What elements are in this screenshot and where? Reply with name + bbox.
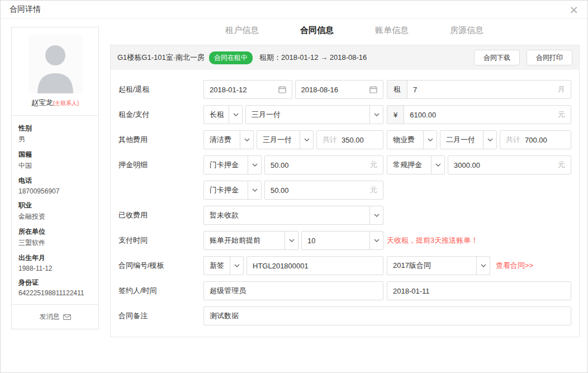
currency-label: ¥ — [387, 106, 404, 124]
avatar — [29, 35, 82, 93]
total-label: 共计 — [506, 135, 520, 145]
yuan-unit-label: 元 — [558, 110, 571, 120]
chevron-down-icon — [284, 232, 298, 249]
status-badge: 合同在租中 — [209, 51, 253, 64]
rent-type-select[interactable]: 长租 — [203, 105, 243, 124]
fee2-total-field[interactable]: 共计 700.00 — [500, 130, 571, 149]
calendar-icon — [278, 86, 286, 93]
row-label: 支付时间 — [118, 235, 203, 245]
chevron-down-icon — [230, 257, 243, 275]
deposit2-amount-field[interactable]: 3000.00 元 — [448, 155, 571, 174]
tenant-role-badge: (主联系人) — [53, 100, 79, 106]
row-other-fees: 其他费用 清洁费 三月一付 共计 350.00 — [118, 130, 571, 149]
yuan-unit-label: 元 — [558, 160, 565, 170]
row-label: 起租/退租 — [118, 84, 203, 95]
tenant-field-nationality: 国籍 中国 — [18, 150, 92, 171]
row-label: 已收费用 — [118, 210, 203, 220]
deposit3-amount-field[interactable]: 50.00 元 — [264, 181, 383, 200]
deposit1-name-select[interactable]: 门卡押金 — [203, 155, 262, 174]
fee1-cycle-select[interactable]: 三月一付 — [257, 130, 314, 149]
deposit1-amount-field[interactable]: 50.00 元 — [264, 155, 383, 174]
row-payment-time: 支付时间 账单开始前提前 10 天收租，提前3天推送账单！ — [118, 231, 571, 250]
contract-detail-modal: 合同详情 × 赵宝龙(主联系人) 性别 男 国籍 中国 电话 — [0, 0, 588, 373]
tenant-field-company: 所在单位 三盟软件 — [18, 227, 92, 248]
payment-note: 天收租，提前3天推送账单！ — [387, 235, 478, 245]
remark-input[interactable]: 测试数据 — [203, 306, 571, 325]
tenant-name: 赵宝龙(主联系人) — [12, 98, 98, 116]
row-received: 已收费用 暂未收款 — [118, 206, 571, 225]
chevron-down-icon — [248, 156, 261, 174]
tab-contract-info[interactable]: 合同信息 — [300, 25, 334, 36]
chevron-down-icon — [300, 131, 313, 149]
sign-type-select[interactable]: 新签 — [203, 256, 244, 275]
room-title: G1楼栋G1-101室·南北一房 — [117, 53, 205, 63]
row-rent: 租金/支付 长租 三月一付 ¥ — [118, 105, 571, 124]
tab-property-info[interactable]: 房源信息 — [450, 25, 483, 36]
fee1-total-field[interactable]: 共计 350.00 — [316, 130, 383, 149]
contract-main: 租户信息 合同信息 账单信息 房源信息 G1楼栋G1-101室·南北一房 合同在… — [110, 23, 580, 337]
calendar-icon — [369, 86, 377, 93]
rent-amount-field[interactable]: ¥ 6100.00 元 — [387, 105, 571, 124]
tenant-field-birthdate: 出生年月 1988-11-12 — [18, 253, 92, 272]
sign-date-input[interactable]: 2018-01-11 — [387, 281, 571, 300]
send-message-button[interactable]: 发消息 — [12, 304, 98, 329]
tenant-panel: 赵宝龙(主联系人) 性别 男 国籍 中国 电话 18700956907 职业 金… — [11, 27, 99, 329]
row-deposits: 押金明细 门卡押金 50.00 元 常规押金 — [118, 155, 571, 174]
chevron-down-icon — [369, 232, 383, 249]
tab-bar: 租户信息 合同信息 账单信息 房源信息 — [129, 23, 580, 45]
modal-title: 合同详情 — [10, 4, 41, 15]
chevron-down-icon — [423, 131, 437, 149]
received-fees-select[interactable]: 暂未收款 — [203, 206, 383, 225]
start-date-input[interactable]: 2018-01-12 — [203, 80, 292, 99]
row-signer: 签约人/时间 超级管理员 2018-01-11 — [118, 281, 571, 300]
row-label: 合同备注 — [118, 311, 203, 321]
chevron-down-icon — [476, 257, 490, 275]
row-deposit-extra: 门卡押金 50.00 元 — [118, 181, 571, 200]
payment-mode-select[interactable]: 账单开始前提前 — [203, 231, 298, 250]
yuan-unit-label: 元 — [370, 160, 377, 170]
chevron-down-icon — [240, 131, 253, 149]
chevron-down-icon — [369, 106, 383, 124]
signer-input[interactable]: 超级管理员 — [203, 281, 383, 300]
tenant-field-gender: 性别 男 — [18, 124, 92, 144]
tenant-field-occupation: 职业 金融投资 — [18, 201, 92, 221]
print-contract-button[interactable]: 合同打印 — [527, 50, 572, 65]
tenant-field-phone: 电话 18700956907 — [18, 176, 92, 195]
yuan-unit-label: 元 — [370, 185, 377, 195]
row-label: 押金明细 — [118, 160, 203, 170]
row-label: 其他费用 — [118, 135, 203, 145]
tenant-name-text: 赵宝龙 — [31, 98, 53, 107]
lease-period: 租期：2018-01-12 → 2018-08-16 — [259, 53, 367, 63]
fee2-name-select[interactable]: 物业费 — [387, 130, 437, 149]
row-remark: 合同备注 测试数据 — [118, 306, 571, 325]
avatar-wrap — [12, 27, 98, 98]
contract-number-input[interactable]: HTGL201800001 — [246, 256, 383, 275]
tab-bill-info[interactable]: 账单信息 — [375, 25, 409, 36]
row-label: 签约人/时间 — [118, 286, 203, 296]
deposit2-name-select[interactable]: 常规押金 — [387, 155, 445, 174]
contract-info-panel: G1楼栋G1-101室·南北一房 合同在租中 租期：2018-01-12 → 2… — [110, 45, 580, 337]
tab-tenant-info[interactable]: 租户信息 — [225, 25, 259, 36]
chevron-down-icon — [369, 206, 383, 224]
chevron-down-icon — [248, 181, 261, 199]
row-contract-number: 合同编号/模板 新签 HTGL201800001 2017版合同 — [118, 256, 571, 275]
fee1-name-select[interactable]: 清洁费 — [203, 130, 254, 149]
contract-form: 起租/退租 2018-01-12 2018-08-16 — [111, 70, 579, 337]
row-label: 租金/支付 — [118, 110, 203, 120]
end-date-input[interactable]: 2018-08-16 — [295, 80, 384, 99]
modal-header: 合同详情 × — [1, 1, 587, 19]
month-unit-label: 月 — [558, 84, 571, 95]
close-icon[interactable]: × — [569, 4, 578, 15]
row-dates: 起租/退租 2018-01-12 2018-08-16 — [118, 80, 571, 99]
rent-duration-field[interactable]: 租 7 月 — [387, 80, 571, 99]
send-message-label: 发消息 — [40, 312, 60, 322]
view-contract-link[interactable]: 查看合同>> — [496, 261, 533, 271]
contract-info-bar: G1楼栋G1-101室·南北一房 合同在租中 租期：2018-01-12 → 2… — [111, 45, 579, 70]
fee2-cycle-select[interactable]: 二月一付 — [440, 130, 497, 149]
contract-template-select[interactable]: 2017版合同 — [387, 256, 490, 275]
chevron-down-icon — [483, 131, 496, 149]
download-contract-button[interactable]: 合同下载 — [474, 50, 520, 65]
pay-cycle-select[interactable]: 三月一付 — [245, 105, 383, 124]
payment-days-select[interactable]: 10 — [301, 231, 383, 250]
deposit3-name-select[interactable]: 门卡押金 — [203, 181, 262, 200]
